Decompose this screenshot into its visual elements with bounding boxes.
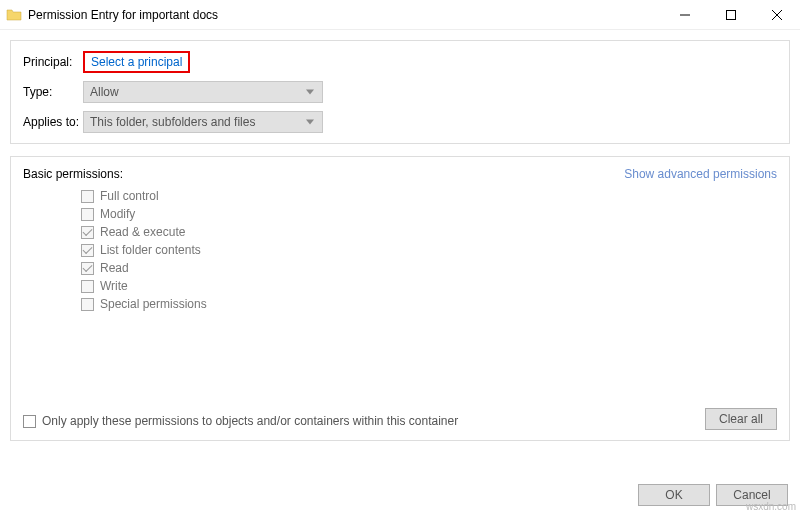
window-buttons bbox=[662, 0, 800, 29]
permission-checkbox[interactable] bbox=[81, 262, 94, 275]
permissions-panel: Basic permissions: Show advanced permiss… bbox=[10, 156, 790, 441]
permission-checkbox[interactable] bbox=[81, 190, 94, 203]
permission-checkbox[interactable] bbox=[81, 298, 94, 311]
cancel-button[interactable]: Cancel bbox=[716, 484, 788, 506]
permission-item: List folder contents bbox=[81, 241, 777, 259]
content-area: Principal: Select a principal Type: Allo… bbox=[0, 30, 800, 441]
permission-label: Read & execute bbox=[100, 225, 185, 239]
permission-item: Read bbox=[81, 259, 777, 277]
basic-permissions-label: Basic permissions: bbox=[23, 167, 123, 181]
applies-to-row: Applies to: This folder, subfolders and … bbox=[23, 111, 777, 133]
permission-label: Full control bbox=[100, 189, 159, 203]
type-value: Allow bbox=[90, 85, 119, 99]
svg-rect-0 bbox=[727, 10, 736, 19]
permission-checkbox[interactable] bbox=[81, 244, 94, 257]
permissions-list: Full controlModifyRead & executeList fol… bbox=[81, 187, 777, 313]
permissions-header: Basic permissions: Show advanced permiss… bbox=[23, 167, 777, 181]
permission-label: List folder contents bbox=[100, 243, 201, 257]
principal-row: Principal: Select a principal bbox=[23, 51, 777, 73]
permission-item: Modify bbox=[81, 205, 777, 223]
permission-item: Full control bbox=[81, 187, 777, 205]
folder-icon bbox=[6, 7, 22, 23]
dialog-footer: OK Cancel bbox=[638, 484, 788, 506]
minimize-button[interactable] bbox=[662, 0, 708, 29]
ok-button[interactable]: OK bbox=[638, 484, 710, 506]
type-combo[interactable]: Allow bbox=[83, 81, 323, 103]
permission-label: Write bbox=[100, 279, 128, 293]
applies-to-label: Applies to: bbox=[23, 115, 83, 129]
applies-to-combo[interactable]: This folder, subfolders and files bbox=[83, 111, 323, 133]
permission-item: Write bbox=[81, 277, 777, 295]
only-apply-row: Only apply these permissions to objects … bbox=[23, 414, 458, 428]
permission-label: Special permissions bbox=[100, 297, 207, 311]
type-row: Type: Allow bbox=[23, 81, 777, 103]
close-button[interactable] bbox=[754, 0, 800, 29]
only-apply-label: Only apply these permissions to objects … bbox=[42, 414, 458, 428]
select-principal-link[interactable]: Select a principal bbox=[83, 51, 190, 73]
type-label: Type: bbox=[23, 85, 83, 99]
permission-item: Special permissions bbox=[81, 295, 777, 313]
show-advanced-permissions-link[interactable]: Show advanced permissions bbox=[624, 167, 777, 181]
window-title: Permission Entry for important docs bbox=[28, 8, 662, 22]
only-apply-checkbox[interactable] bbox=[23, 415, 36, 428]
title-bar: Permission Entry for important docs bbox=[0, 0, 800, 30]
clear-all-container: Clear all bbox=[705, 408, 777, 430]
permission-checkbox[interactable] bbox=[81, 208, 94, 221]
maximize-button[interactable] bbox=[708, 0, 754, 29]
applies-to-value: This folder, subfolders and files bbox=[90, 115, 255, 129]
permission-label: Read bbox=[100, 261, 129, 275]
principal-label: Principal: bbox=[23, 55, 83, 69]
permission-checkbox[interactable] bbox=[81, 280, 94, 293]
permission-item: Read & execute bbox=[81, 223, 777, 241]
permission-checkbox[interactable] bbox=[81, 226, 94, 239]
permission-label: Modify bbox=[100, 207, 135, 221]
clear-all-button[interactable]: Clear all bbox=[705, 408, 777, 430]
principal-panel: Principal: Select a principal Type: Allo… bbox=[10, 40, 790, 144]
